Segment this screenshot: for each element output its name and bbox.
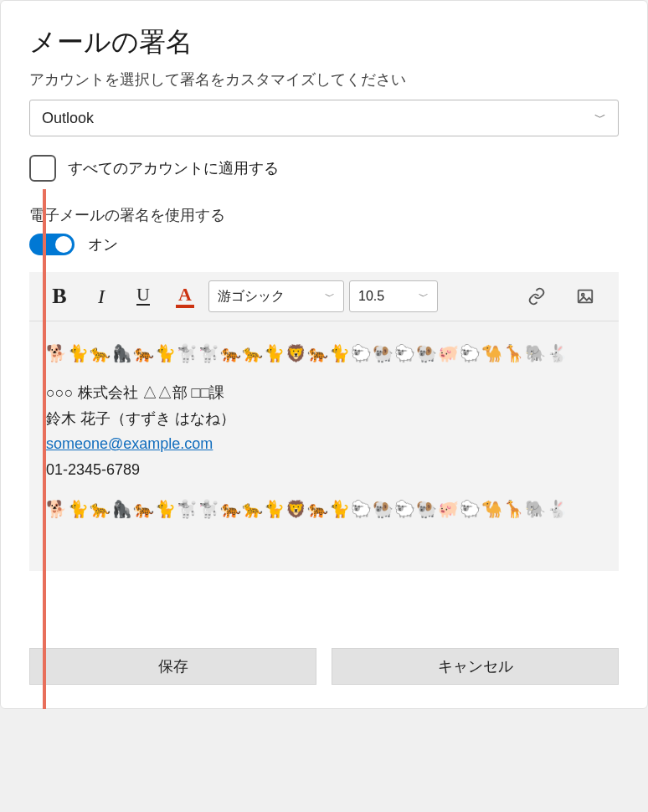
editor-toolbar: B I U A 游ゴシック ﹀ 10.5 ﹀ bbox=[29, 272, 619, 321]
decor-bottom: 🐕🐈🐆🦍🐅🐈🐩🐩🐅🐆🐈🦁🐅🐈🐑🐏🐑🐏🐖🐑🐪🦒🐘🐇 bbox=[46, 497, 602, 521]
signature-content[interactable]: 🐕🐈🐆🦍🐅🐈🐩🐩🐅🐆🐈🦁🐅🐈🐑🐏🐑🐏🐖🐑🐪🦒🐘🐇 ○○○ 株式会社 △△部 □□… bbox=[29, 321, 619, 571]
svg-point-1 bbox=[582, 294, 584, 296]
signature-editor: B I U A 游ゴシック ﹀ 10.5 ﹀ bbox=[29, 272, 619, 571]
page-title: メールの署名 bbox=[29, 24, 619, 61]
decor-top: 🐕🐈🐆🦍🐅🐈🐩🐩🐅🐆🐈🦁🐅🐈🐑🐏🐑🐏🐖🐑🐪🦒🐘🐇 bbox=[46, 342, 602, 365]
underline-button[interactable]: U bbox=[125, 281, 162, 311]
use-signature-state: オン bbox=[88, 234, 118, 254]
apply-all-label: すべてのアカウントに適用する bbox=[68, 158, 279, 178]
account-select-value: Outlook bbox=[42, 110, 94, 127]
account-select[interactable]: Outlook ﹀ bbox=[29, 100, 619, 136]
chevron-down-icon: ﹀ bbox=[325, 290, 335, 304]
font-family-select[interactable]: 游ゴシック ﹀ bbox=[208, 280, 344, 312]
insert-image-button[interactable] bbox=[567, 281, 604, 311]
chevron-down-icon: ﹀ bbox=[419, 290, 429, 304]
link-icon bbox=[527, 287, 546, 306]
cancel-button[interactable]: キャンセル bbox=[332, 648, 619, 685]
bold-button[interactable]: B bbox=[41, 281, 78, 311]
font-size-value: 10.5 bbox=[358, 289, 384, 304]
chevron-down-icon: ﹀ bbox=[594, 110, 606, 126]
insert-link-button[interactable] bbox=[518, 281, 555, 311]
signature-line1: ○○○ 株式会社 △△部 □□課 bbox=[46, 380, 602, 406]
save-button[interactable]: 保存 bbox=[29, 648, 316, 685]
font-color-icon: A bbox=[176, 285, 194, 308]
signature-line2: 鈴木 花子（すずき はなね） bbox=[46, 406, 602, 432]
font-size-select[interactable]: 10.5 ﹀ bbox=[349, 280, 438, 312]
italic-button[interactable]: I bbox=[83, 281, 120, 311]
image-icon bbox=[576, 287, 594, 306]
signature-settings-dialog: メールの署名 アカウントを選択して署名をカスタマイズしてください Outlook… bbox=[0, 0, 648, 709]
callout-line bbox=[43, 189, 46, 709]
font-color-button[interactable]: A bbox=[167, 281, 203, 311]
page-subtitle: アカウントを選択して署名をカスタマイズしてください bbox=[29, 69, 619, 90]
apply-all-checkbox[interactable] bbox=[29, 155, 56, 182]
use-signature-label: 電子メールの署名を使用する bbox=[29, 205, 619, 225]
use-signature-toggle[interactable] bbox=[29, 234, 75, 255]
font-family-value: 游ゴシック bbox=[218, 288, 285, 306]
signature-phone: 01-2345-6789 bbox=[46, 457, 602, 483]
signature-email[interactable]: someone@example.com bbox=[46, 435, 213, 452]
